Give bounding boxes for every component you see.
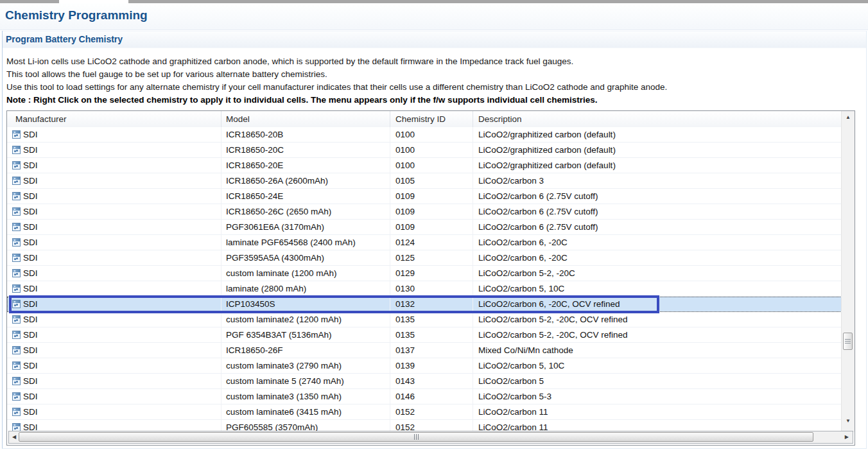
thumb-grip-icon [418,434,419,440]
cell-manufacturer-label: SDI [23,299,38,309]
cell-model: ICR18650-20E [221,158,390,173]
table-row[interactable]: SDI laminate PGF654568 (2400 mAh) 0124 L… [7,235,842,250]
cell-model: laminate PGF654568 (2400 mAh) [221,235,390,250]
cell-manufacturer: SDI [7,220,221,234]
chemistry-cell-icon [12,392,21,401]
cell-model: ICR18650-26C (2650 mAh) [221,204,390,219]
chemistry-cell-icon [12,223,21,231]
cell-description: LiCoO2/carbon 6, -20C, OCV refined [473,297,842,311]
cell-model: PGF3595A5A (4300mAh) [221,250,390,265]
table-row[interactable]: SDI ICP103450S 0132 LiCoO2/carbon 6, -20… [7,297,842,312]
cell-manufacturer: SDI [7,297,221,311]
table-row[interactable]: SDI custom laminate3 (1350 mAh) 0146 LiC… [7,389,842,404]
vertical-scrollbar[interactable]: ▲ ▼ [841,111,855,432]
chemistry-cell-icon [12,300,21,308]
cell-model: custom laminate3 (1350 mAh) [221,389,390,404]
cell-chemistry-id: 0139 [390,358,473,373]
cell-description: LiCoO2/carbon 6 (2.75V cutoff) [473,189,842,204]
cell-manufacturer: SDI [7,143,221,157]
cell-manufacturer: SDI [7,235,221,250]
cell-chemistry-id: 0130 [390,281,473,296]
table-row[interactable]: SDI laminate (2800 mAh) 0130 LiCoO2/carb… [7,281,842,297]
table-row[interactable]: SDI custom laminate (1200 mAh) 0129 LiCo… [7,266,842,281]
cell-manufacturer: SDI [7,312,221,327]
cell-description: LiCoO2/graphitized carbon (default) [473,158,842,173]
cell-description: LiCoO2/carbon 3 [473,173,842,188]
cell-description: LiCoO2/carbon 5, 10C [473,358,842,373]
cell-model: PGF 6354B3AT (5136mAh) [221,327,390,342]
cell-manufacturer-label: SDI [23,345,38,355]
chemistry-cell-icon [12,130,21,139]
cell-description: LiCoO2/carbon 11 [473,404,842,419]
cell-description: LiCoO2/carbon 6, -20C [473,235,842,250]
cell-description: LiCoO2/carbon 6 (2.75V cutoff) [473,220,842,234]
table-row[interactable]: SDI custom laminate6 (3415 mAh) 0152 LiC… [7,404,842,420]
table-row[interactable]: SDI custom laminate3 (2790 mAh) 0139 LiC… [7,358,842,374]
cell-description: LiCoO2/carbon 5, 10C [473,281,842,296]
cell-manufacturer: SDI [7,189,221,204]
horizontal-scrollbar[interactable]: ◀ ▶ [8,431,853,444]
table-header: Manufacturer Model Chemistry ID Descript… [7,111,842,128]
cell-model: ICP103450S [221,297,390,311]
page-title: Chemistry Programming [5,8,148,22]
cell-manufacturer-label: SDI [23,376,38,386]
cell-description: Mixed Co/Ni/Mn cathode [473,343,842,358]
table-row[interactable]: SDI PGF3595A5A (4300mAh) 0125 LiCoO2/car… [7,250,842,266]
cell-manufacturer: SDI [7,250,221,265]
table-row[interactable]: SDI ICR18650-26A (2600mAh) 0105 LiCoO2/c… [7,173,842,189]
table-row[interactable]: SDI ICR18650-26F 0137 Mixed Co/Ni/Mn cat… [7,343,842,358]
table-row[interactable]: SDI ICR18650-20C 0100 LiCoO2/graphitized… [7,143,842,158]
cell-chemistry-id: 0100 [390,143,473,157]
cell-model: ICR18650-24E [221,189,390,204]
cell-manufacturer-label: SDI [23,207,38,216]
column-header-description[interactable]: Description [473,111,842,127]
table-row[interactable]: SDI ICR18650-26C (2650 mAh) 0109 LiCoO2/… [7,204,842,220]
cell-chemistry-id: 0100 [390,158,473,173]
column-header-chemistry-id[interactable]: Chemistry ID [390,111,473,127]
cell-manufacturer: SDI [7,343,221,358]
chemistry-cell-icon [12,269,21,277]
intro-text-block: Most Li-ion cells use LiCoO2 cathode and… [6,55,667,107]
scroll-down-button[interactable]: ▼ [842,418,855,424]
table-row[interactable]: SDI custom laminate2 (1200 mAh) 0135 LiC… [7,312,842,327]
table-row[interactable]: SDI ICR18650-20E 0100 LiCoO2/graphitized… [7,158,842,173]
table-row[interactable]: SDI ICR18650-24E 0109 LiCoO2/carbon 6 (2… [7,189,842,204]
title-band: Chemistry Programming [0,3,868,30]
scroll-right-button[interactable]: ▶ [845,434,849,440]
cell-manufacturer-label: SDI [23,238,38,247]
cell-manufacturer: SDI [7,158,221,173]
note-text: Note : Right Click on the selected chemi… [6,94,667,107]
thumb-grip-icon [845,343,851,343]
table-row[interactable]: SDI ICR18650-20B 0100 LiCoO2/graphitized… [7,127,842,143]
cell-model: custom laminate2 (1200 mAh) [221,312,390,327]
chemistry-cell-icon [12,346,21,354]
intro-line-2: This tool allows the fuel gauge to be se… [6,68,667,81]
column-header-manufacturer[interactable]: Manufacturer [7,111,221,127]
table-row[interactable]: SDI PGF 6354B3AT (5136mAh) 0135 LiCoO2/c… [7,327,842,343]
chemistry-cell-icon [12,315,21,324]
cell-chemistry-id: 0135 [390,312,473,327]
cell-chemistry-id: 0135 [390,327,473,342]
cell-manufacturer-label: SDI [23,176,38,186]
cell-description: LiCoO2/graphitized carbon (default) [473,143,842,157]
cell-chemistry-id: 0143 [390,374,473,388]
thumb-grip-icon [845,339,851,340]
cell-manufacturer-label: SDI [23,130,38,139]
chemistry-cell-icon [12,254,21,262]
table-body: SDI ICR18650-20B 0100 LiCoO2/graphitized… [7,127,842,432]
cell-description: LiCoO2/carbon 6 (2.75V cutoff) [473,204,842,219]
horizontal-scroll-thumb[interactable] [19,432,813,442]
thumb-grip-icon [416,434,417,440]
column-header-model[interactable]: Model [221,111,390,127]
cell-chemistry-id: 0125 [390,250,473,265]
table-row[interactable]: SDI custom laminate 5 (2740 mAh) 0143 Li… [7,374,842,389]
cell-manufacturer-label: SDI [23,392,38,401]
scroll-left-button[interactable]: ◀ [12,434,16,440]
scroll-up-button[interactable]: ▲ [842,114,855,121]
table-row[interactable]: SDI PGF3061E6A (3170mAh) 0109 LiCoO2/car… [7,220,842,235]
cell-manufacturer-label: SDI [23,253,38,263]
cell-chemistry-id: 0109 [390,189,473,204]
cell-manufacturer: SDI [7,173,221,188]
cell-manufacturer: SDI [7,374,221,388]
vertical-scroll-thumb[interactable] [843,333,853,350]
